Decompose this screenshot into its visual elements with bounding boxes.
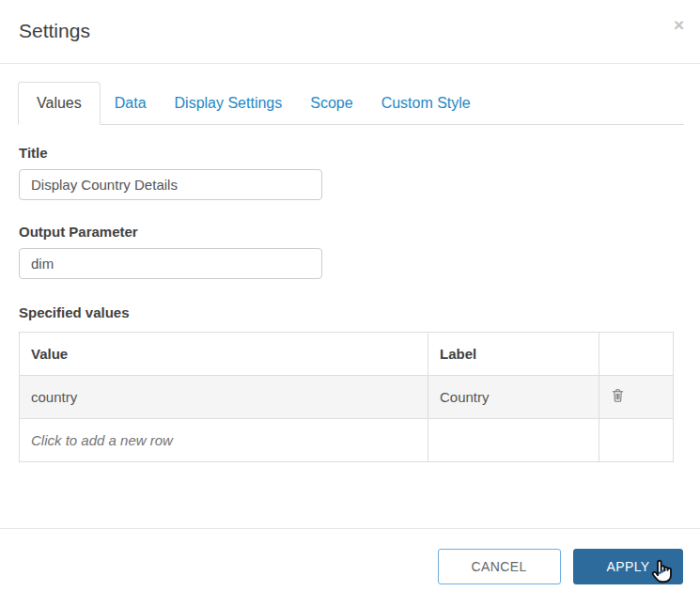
trash-icon[interactable] xyxy=(611,388,625,403)
dialog-footer: CANCEL APPLY xyxy=(0,528,700,584)
tab-custom-style[interactable]: Custom Style xyxy=(367,83,485,124)
tab-bar: Values Data Display Settings Scope Custo… xyxy=(18,82,684,125)
cell-value[interactable]: country xyxy=(20,376,428,419)
tab-data[interactable]: Data xyxy=(101,83,161,124)
specified-values-table: Value Label country Country xyxy=(19,332,674,462)
tab-scope[interactable]: Scope xyxy=(296,83,366,124)
tab-panel-values: Title Output Parameter Specified values … xyxy=(0,145,700,462)
empty-cell xyxy=(428,419,599,462)
cell-actions xyxy=(599,376,674,419)
column-header-actions xyxy=(599,333,674,376)
empty-cell xyxy=(599,419,674,462)
column-header-label: Label xyxy=(428,333,599,376)
cancel-button[interactable]: CANCEL xyxy=(438,549,561,584)
table-row: country Country xyxy=(20,376,674,419)
specified-values-label: Specified values xyxy=(19,304,673,320)
title-field-label: Title xyxy=(19,145,673,161)
add-row-cell[interactable]: Click to add a new row xyxy=(20,419,428,462)
table-header-row: Value Label xyxy=(20,333,674,376)
tab-values[interactable]: Values xyxy=(18,82,101,125)
dialog-header: Settings × xyxy=(0,0,700,64)
apply-button[interactable]: APPLY xyxy=(573,549,683,584)
output-parameter-label: Output Parameter xyxy=(19,224,673,240)
dialog-title: Settings xyxy=(19,20,681,42)
settings-dialog: Settings × Values Data Display Settings … xyxy=(0,0,700,607)
add-row: Click to add a new row xyxy=(20,419,674,462)
title-input[interactable] xyxy=(19,169,322,200)
column-header-value: Value xyxy=(20,333,428,376)
output-parameter-input[interactable] xyxy=(19,248,322,279)
cell-label[interactable]: Country xyxy=(428,376,599,419)
tab-display-settings[interactable]: Display Settings xyxy=(161,83,297,124)
close-icon[interactable]: × xyxy=(674,16,684,34)
